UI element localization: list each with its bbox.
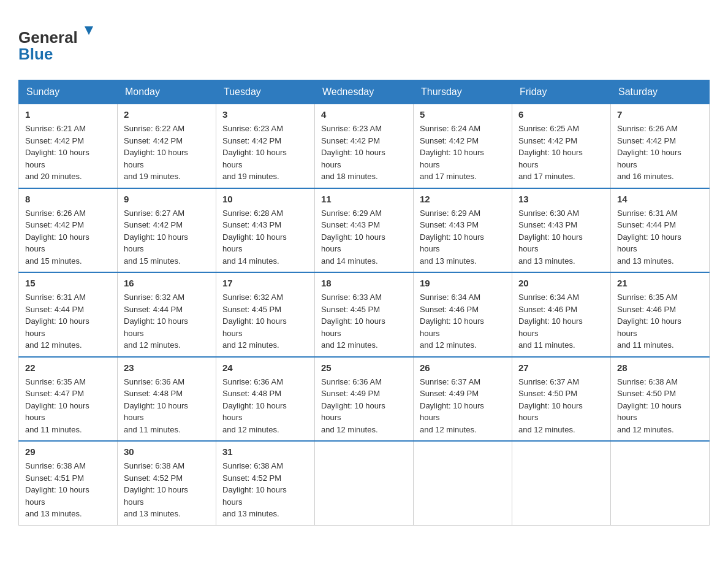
day-number: 3	[222, 109, 308, 120]
day-info: Sunrise: 6:21 AM Sunset: 4:42 PM Dayligh…	[25, 123, 111, 183]
day-info: Sunrise: 6:37 AM Sunset: 4:49 PM Dayligh…	[420, 376, 506, 436]
day-number: 6	[518, 109, 604, 120]
day-info: Sunrise: 6:32 AM Sunset: 4:44 PM Dayligh…	[124, 291, 210, 351]
day-info: Sunrise: 6:31 AM Sunset: 4:44 PM Dayligh…	[25, 291, 111, 351]
day-info: Sunrise: 6:27 AM Sunset: 4:42 PM Dayligh…	[124, 207, 210, 267]
day-number: 15	[25, 278, 111, 288]
day-cell: 28 Sunrise: 6:38 AM Sunset: 4:50 PM Dayl…	[611, 357, 710, 442]
day-cell: 8 Sunrise: 6:26 AM Sunset: 4:42 PM Dayli…	[19, 188, 118, 273]
day-number: 18	[321, 278, 407, 288]
day-number: 10	[222, 194, 308, 204]
day-info: Sunrise: 6:23 AM Sunset: 4:42 PM Dayligh…	[321, 123, 407, 183]
day-number: 16	[124, 278, 210, 288]
header: General Blue	[18, 18, 710, 67]
day-info: Sunrise: 6:28 AM Sunset: 4:43 PM Dayligh…	[222, 207, 308, 267]
week-row-4: 22 Sunrise: 6:35 AM Sunset: 4:47 PM Dayl…	[19, 357, 710, 442]
day-info: Sunrise: 6:30 AM Sunset: 4:43 PM Dayligh…	[518, 207, 604, 267]
weekday-header-saturday: Saturday	[611, 80, 710, 104]
day-number: 11	[321, 194, 407, 204]
day-info: Sunrise: 6:36 AM Sunset: 4:48 PM Dayligh…	[222, 376, 308, 436]
day-number: 8	[25, 194, 111, 204]
day-info: Sunrise: 6:37 AM Sunset: 4:50 PM Dayligh…	[518, 376, 604, 436]
svg-text:General: General	[18, 28, 78, 47]
day-info: Sunrise: 6:38 AM Sunset: 4:50 PM Dayligh…	[617, 376, 703, 436]
day-info: Sunrise: 6:38 AM Sunset: 4:52 PM Dayligh…	[124, 460, 210, 520]
day-cell: 26 Sunrise: 6:37 AM Sunset: 4:49 PM Dayl…	[414, 357, 512, 442]
day-number: 17	[222, 278, 308, 288]
day-cell: 17 Sunrise: 6:32 AM Sunset: 4:45 PM Dayl…	[216, 272, 315, 357]
day-cell: 25 Sunrise: 6:36 AM Sunset: 4:49 PM Dayl…	[315, 357, 414, 442]
day-info: Sunrise: 6:36 AM Sunset: 4:49 PM Dayligh…	[321, 376, 407, 436]
day-info: Sunrise: 6:33 AM Sunset: 4:45 PM Dayligh…	[321, 291, 407, 351]
day-info: Sunrise: 6:26 AM Sunset: 4:42 PM Dayligh…	[617, 123, 703, 183]
day-number: 5	[420, 109, 506, 120]
day-cell: 4 Sunrise: 6:23 AM Sunset: 4:42 PM Dayli…	[315, 104, 414, 188]
day-info: Sunrise: 6:34 AM Sunset: 4:46 PM Dayligh…	[420, 291, 506, 351]
day-cell: 20 Sunrise: 6:34 AM Sunset: 4:46 PM Dayl…	[512, 272, 611, 357]
day-info: Sunrise: 6:31 AM Sunset: 4:44 PM Dayligh…	[617, 207, 703, 267]
weekday-header-thursday: Thursday	[414, 80, 512, 104]
day-info: Sunrise: 6:26 AM Sunset: 4:42 PM Dayligh…	[25, 207, 111, 267]
day-cell	[611, 441, 710, 525]
day-cell: 30 Sunrise: 6:38 AM Sunset: 4:52 PM Dayl…	[118, 441, 216, 525]
day-info: Sunrise: 6:34 AM Sunset: 4:46 PM Dayligh…	[518, 291, 604, 351]
weekday-header-monday: Monday	[118, 80, 216, 104]
day-info: Sunrise: 6:38 AM Sunset: 4:52 PM Dayligh…	[222, 460, 308, 520]
svg-marker-1	[85, 26, 93, 35]
day-number: 21	[617, 278, 703, 288]
day-number: 23	[124, 362, 210, 373]
day-info: Sunrise: 6:35 AM Sunset: 4:47 PM Dayligh…	[25, 376, 111, 436]
day-cell: 1 Sunrise: 6:21 AM Sunset: 4:42 PM Dayli…	[19, 104, 118, 188]
day-number: 25	[321, 362, 407, 373]
day-info: Sunrise: 6:29 AM Sunset: 4:43 PM Dayligh…	[321, 207, 407, 267]
day-number: 28	[617, 362, 703, 373]
week-row-2: 8 Sunrise: 6:26 AM Sunset: 4:42 PM Dayli…	[19, 188, 710, 273]
weekday-header-sunday: Sunday	[19, 80, 118, 104]
day-number: 30	[124, 446, 210, 457]
day-number: 22	[25, 362, 111, 373]
day-number: 14	[617, 194, 703, 204]
day-number: 27	[518, 362, 604, 373]
week-row-5: 29 Sunrise: 6:38 AM Sunset: 4:51 PM Dayl…	[19, 441, 710, 525]
day-info: Sunrise: 6:36 AM Sunset: 4:48 PM Dayligh…	[124, 376, 210, 436]
day-cell	[414, 441, 512, 525]
weekday-header-row: SundayMondayTuesdayWednesdayThursdayFrid…	[19, 80, 710, 104]
svg-text:Blue: Blue	[18, 45, 53, 63]
day-info: Sunrise: 6:22 AM Sunset: 4:42 PM Dayligh…	[124, 123, 210, 183]
weekday-header-tuesday: Tuesday	[216, 80, 315, 104]
day-number: 12	[420, 194, 506, 204]
day-info: Sunrise: 6:32 AM Sunset: 4:45 PM Dayligh…	[222, 291, 308, 351]
weekday-header-friday: Friday	[512, 80, 611, 104]
day-cell	[315, 441, 414, 525]
day-cell: 23 Sunrise: 6:36 AM Sunset: 4:48 PM Dayl…	[118, 357, 216, 442]
day-cell: 11 Sunrise: 6:29 AM Sunset: 4:43 PM Dayl…	[315, 188, 414, 273]
week-row-3: 15 Sunrise: 6:31 AM Sunset: 4:44 PM Dayl…	[19, 272, 710, 357]
calendar: SundayMondayTuesdayWednesdayThursdayFrid…	[18, 80, 710, 526]
day-cell: 5 Sunrise: 6:24 AM Sunset: 4:42 PM Dayli…	[414, 104, 512, 188]
day-number: 9	[124, 194, 210, 204]
day-number: 24	[222, 362, 308, 373]
weekday-header-wednesday: Wednesday	[315, 80, 414, 104]
day-info: Sunrise: 6:25 AM Sunset: 4:42 PM Dayligh…	[518, 123, 604, 183]
day-cell: 24 Sunrise: 6:36 AM Sunset: 4:48 PM Dayl…	[216, 357, 315, 442]
day-info: Sunrise: 6:38 AM Sunset: 4:51 PM Dayligh…	[25, 460, 111, 520]
day-number: 4	[321, 109, 407, 120]
day-number: 26	[420, 362, 506, 373]
day-number: 29	[25, 446, 111, 457]
day-number: 13	[518, 194, 604, 204]
day-cell: 15 Sunrise: 6:31 AM Sunset: 4:44 PM Dayl…	[19, 272, 118, 357]
day-cell: 3 Sunrise: 6:23 AM Sunset: 4:42 PM Dayli…	[216, 104, 315, 188]
day-cell: 10 Sunrise: 6:28 AM Sunset: 4:43 PM Dayl…	[216, 188, 315, 273]
day-cell: 16 Sunrise: 6:32 AM Sunset: 4:44 PM Dayl…	[118, 272, 216, 357]
day-cell: 29 Sunrise: 6:38 AM Sunset: 4:51 PM Dayl…	[19, 441, 118, 525]
day-cell: 31 Sunrise: 6:38 AM Sunset: 4:52 PM Dayl…	[216, 441, 315, 525]
day-info: Sunrise: 6:23 AM Sunset: 4:42 PM Dayligh…	[222, 123, 308, 183]
day-number: 2	[124, 109, 210, 120]
day-number: 1	[25, 109, 111, 120]
day-cell: 14 Sunrise: 6:31 AM Sunset: 4:44 PM Dayl…	[611, 188, 710, 273]
day-cell: 19 Sunrise: 6:34 AM Sunset: 4:46 PM Dayl…	[414, 272, 512, 357]
day-number: 20	[518, 278, 604, 288]
day-cell	[512, 441, 611, 525]
logo-svg: General Blue	[18, 18, 98, 67]
day-cell: 22 Sunrise: 6:35 AM Sunset: 4:47 PM Dayl…	[19, 357, 118, 442]
